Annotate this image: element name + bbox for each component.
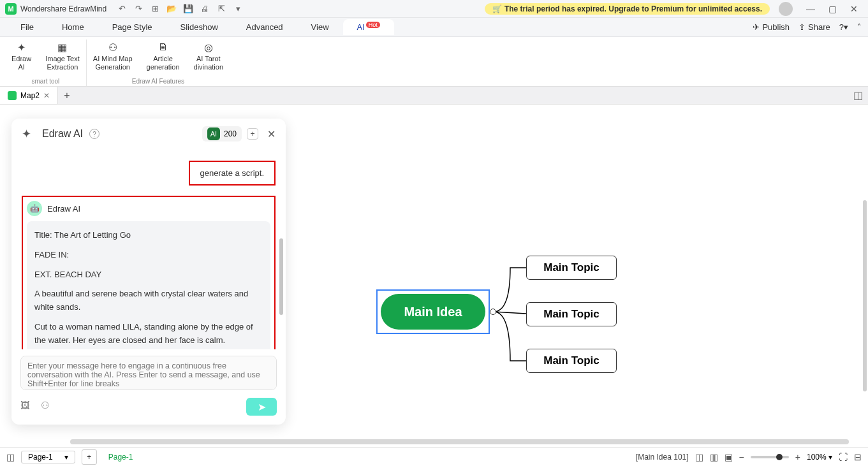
- panel-toggle-button[interactable]: ◫: [853, 89, 868, 101]
- titlebar: M Wondershare EdrawMind ↶ ↷ ⊞ 📂 💾 🖨 ⇱ ▾ …: [0, 0, 868, 18]
- page-selector[interactable]: Page-1▾: [21, 451, 75, 463]
- ribbon-group-label: Edraw AI Features: [132, 78, 184, 86]
- fullscreen-button[interactable]: ⛶: [839, 452, 848, 462]
- token-count: 200: [224, 129, 237, 138]
- ai-tarot-button[interactable]: ◎ AI Tarot divination: [190, 40, 227, 73]
- zoom-thumb[interactable]: [776, 454, 783, 460]
- topic-node[interactable]: Main Topic: [526, 349, 617, 373]
- share-icon: ⇪: [798, 22, 805, 32]
- doc-icon: [8, 91, 17, 100]
- vertical-scrollbar[interactable]: [863, 200, 867, 391]
- mindmap-tool-icon[interactable]: ⚇: [41, 400, 55, 414]
- menu-home[interactable]: Home: [48, 20, 98, 34]
- maximize-button[interactable]: ▢: [823, 3, 841, 15]
- trial-banner[interactable]: 🛒 The trial period has expired. Upgrade …: [485, 3, 770, 15]
- menu-page-style[interactable]: Page Style: [98, 20, 166, 34]
- add-tokens-button[interactable]: +: [247, 128, 258, 140]
- image-scan-icon: ▦: [55, 41, 70, 54]
- document-icon: 🗎: [156, 41, 171, 54]
- menu-view[interactable]: View: [297, 20, 343, 34]
- save-button[interactable]: 💾: [182, 3, 195, 15]
- add-page-button[interactable]: +: [82, 449, 97, 465]
- token-counter: AI 200: [202, 126, 242, 142]
- ribbon: ✦ Edraw AI ▦ Image Text Extraction smart…: [0, 37, 868, 87]
- collapse-ribbon-button[interactable]: ˄: [857, 22, 862, 32]
- bot-avatar-icon: 🤖: [27, 201, 42, 216]
- ai-panel-title: Edraw AI: [42, 128, 83, 140]
- close-tab-button[interactable]: ✕: [43, 91, 50, 100]
- send-icon: ➤: [258, 401, 266, 413]
- ai-mind-map-button[interactable]: ⚇ AI Mind Map Generation: [89, 40, 136, 73]
- chevron-down-icon: ▾: [64, 453, 68, 462]
- ribbon-group-label: smart tool: [31, 78, 59, 86]
- horizontal-scrollbar[interactable]: [70, 439, 849, 444]
- ai-response-body: Title: The Art of Letting Go FADE IN: EX…: [27, 221, 270, 349]
- main-idea-node[interactable]: Main Idea: [376, 289, 490, 334]
- topic-node[interactable]: Main Topic: [526, 302, 617, 326]
- minimize-panel-button[interactable]: ⊟: [854, 452, 862, 462]
- sparkle-icon: ✦: [14, 41, 29, 54]
- redo-button[interactable]: ↷: [132, 3, 145, 15]
- undo-button[interactable]: ↶: [115, 3, 128, 15]
- view-mode-2-button[interactable]: ▥: [710, 452, 718, 462]
- publish-icon: ✈: [753, 22, 760, 32]
- menu-ai[interactable]: AIHot: [343, 19, 394, 34]
- minimize-button[interactable]: —: [802, 3, 820, 15]
- document-tab[interactable]: Map2 ✕: [0, 87, 58, 104]
- user-message: generate a script.: [189, 161, 276, 186]
- bot-name: Edraw AI: [47, 204, 80, 214]
- menu-file[interactable]: File: [6, 20, 48, 34]
- doc-tab-name: Map2: [20, 91, 40, 100]
- selection-status: [Main Idea 101]: [636, 453, 689, 462]
- ai-input-area: 🖼 ⚇ ➤: [11, 349, 286, 425]
- statusbar: ◫ Page-1▾ + Page-1 [Main Idea 101] ◫ ▥ ▣…: [0, 447, 868, 466]
- export-button[interactable]: ⇱: [215, 3, 228, 15]
- zoom-level[interactable]: 100% ▾: [807, 453, 832, 462]
- mindmap-icon: ⚇: [105, 41, 121, 54]
- share-button[interactable]: ⇪Share: [798, 22, 830, 32]
- ai-message-input[interactable]: [20, 356, 277, 390]
- menu-slideshow[interactable]: Slideshow: [166, 20, 232, 34]
- ai-response: 🤖 Edraw AI Title: The Art of Letting Go …: [22, 196, 276, 349]
- outline-view-button[interactable]: ◫: [6, 452, 15, 462]
- close-window-button[interactable]: ✕: [845, 3, 863, 15]
- connection-handle[interactable]: [490, 309, 496, 315]
- document-tabs: Map2 ✕ + ◫: [0, 87, 868, 105]
- canvas[interactable]: ✦ Edraw AI ? AI 200 + ✕ generate a scrip…: [0, 105, 868, 447]
- help-icon[interactable]: ?: [89, 129, 99, 139]
- ai-panel-header: ✦ Edraw AI ? AI 200 + ✕: [11, 119, 286, 149]
- cart-icon: 🛒: [492, 4, 502, 13]
- view-mode-1-button[interactable]: ◫: [695, 452, 703, 462]
- close-panel-button[interactable]: ✕: [267, 128, 276, 140]
- zoom-in-button[interactable]: +: [795, 452, 800, 462]
- menubar: File Home Page Style Slideshow Advanced …: [0, 18, 868, 37]
- trial-text: The trial period has expired. Upgrade to…: [504, 4, 762, 13]
- image-tool-icon[interactable]: 🖼: [20, 400, 34, 414]
- menu-advanced[interactable]: Advanced: [232, 20, 297, 34]
- user-avatar[interactable]: [779, 2, 793, 16]
- send-button[interactable]: ➤: [246, 398, 277, 416]
- print-button[interactable]: 🖨: [198, 3, 211, 15]
- zoom-out-button[interactable]: −: [739, 452, 744, 462]
- topic-node[interactable]: Main Topic: [526, 256, 617, 280]
- ai-conversation: generate a script. 🤖 Edraw AI Title: The…: [11, 149, 286, 349]
- tarot-icon: ◎: [201, 41, 216, 54]
- current-page-name: Page-1: [108, 453, 133, 462]
- edraw-ai-panel: ✦ Edraw AI ? AI 200 + ✕ generate a scrip…: [11, 119, 286, 425]
- app-name: Wondershare EdrawMind: [20, 4, 107, 13]
- zoom-slider[interactable]: [751, 456, 789, 458]
- add-tab-button[interactable]: +: [58, 87, 76, 105]
- scrollbar-thumb[interactable]: [279, 238, 283, 315]
- ai-badge-icon: AI: [207, 127, 220, 140]
- hot-badge: Hot: [366, 22, 380, 28]
- export-dropdown[interactable]: ▾: [232, 3, 244, 15]
- edraw-ai-button[interactable]: ✦ Edraw AI: [8, 40, 35, 73]
- image-text-extraction-button[interactable]: ▦ Image Text Extraction: [41, 40, 84, 73]
- new-button[interactable]: ⊞: [149, 3, 161, 15]
- article-generation-button[interactable]: 🗎 Article generation: [143, 40, 184, 73]
- ai-sparkle-icon: ✦: [22, 127, 36, 141]
- help-button[interactable]: ?▾: [839, 22, 848, 32]
- publish-button[interactable]: ✈Publish: [753, 22, 790, 32]
- open-button[interactable]: 📂: [165, 3, 178, 15]
- fit-view-button[interactable]: ▣: [725, 452, 733, 462]
